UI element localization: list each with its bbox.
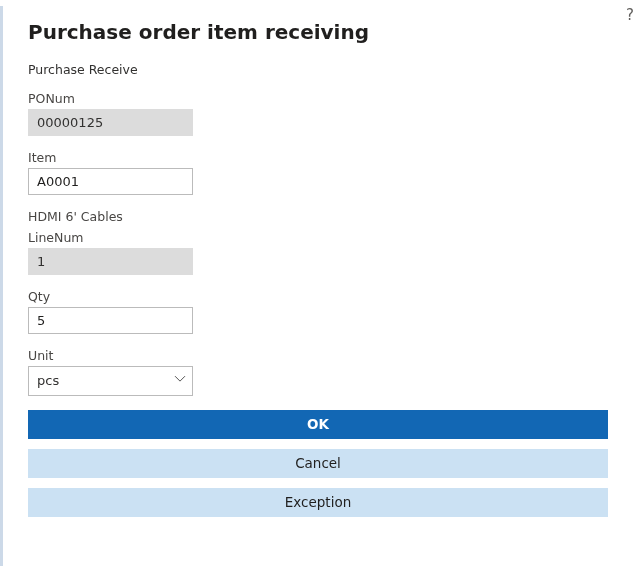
unit-select[interactable]: pcs bbox=[28, 366, 193, 396]
field-ponum: PONum bbox=[28, 91, 611, 136]
field-qty: Qty bbox=[28, 289, 611, 334]
page-title: Purchase order item receiving bbox=[28, 20, 611, 44]
section-label: Purchase Receive bbox=[28, 62, 611, 77]
button-row: OK Cancel Exception bbox=[28, 410, 611, 517]
ponum-label: PONum bbox=[28, 91, 611, 106]
linenum-input bbox=[28, 248, 193, 275]
help-icon[interactable]: ? bbox=[626, 6, 634, 24]
qty-input[interactable] bbox=[28, 307, 193, 334]
field-unit: Unit pcs bbox=[28, 348, 611, 396]
exception-button[interactable]: Exception bbox=[28, 488, 608, 517]
unit-select-value: pcs bbox=[28, 366, 193, 396]
ponum-input bbox=[28, 109, 193, 136]
field-item: Item bbox=[28, 150, 611, 195]
linenum-label: LineNum bbox=[28, 230, 611, 245]
ok-button[interactable]: OK bbox=[28, 410, 608, 439]
left-accent-border bbox=[0, 6, 3, 566]
unit-label: Unit bbox=[28, 348, 611, 363]
item-description: HDMI 6' Cables bbox=[28, 209, 611, 224]
form-container: Purchase order item receiving Purchase R… bbox=[0, 0, 639, 517]
item-input[interactable] bbox=[28, 168, 193, 195]
qty-label: Qty bbox=[28, 289, 611, 304]
item-label: Item bbox=[28, 150, 611, 165]
field-linenum: HDMI 6' Cables LineNum bbox=[28, 209, 611, 275]
cancel-button[interactable]: Cancel bbox=[28, 449, 608, 478]
